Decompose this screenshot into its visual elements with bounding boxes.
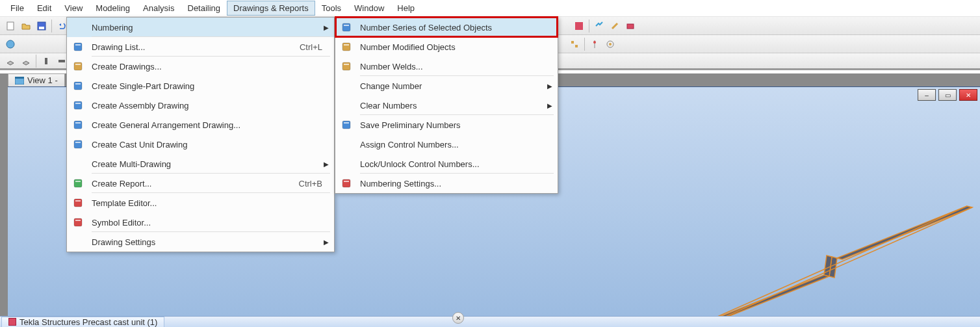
svg-rect-41 <box>344 25 349 26</box>
menu-item-label: Clear Numbers <box>357 101 558 111</box>
drawings-menu-item-6[interactable]: Create Cast Unit Drawing <box>67 135 334 154</box>
svg-marker-18 <box>837 206 972 259</box>
svg-rect-36 <box>74 199 82 207</box>
svg-rect-48 <box>342 179 350 187</box>
svg-rect-45 <box>344 64 349 65</box>
menubar: File Edit View Modeling Analysis Detaili… <box>0 0 980 17</box>
drawings-menu-item-9[interactable]: Template Editor... <box>67 193 334 213</box>
drawings-menu-item-2[interactable]: Create Drawings... <box>67 57 334 76</box>
drawings-menu-item-11[interactable]: Drawing Settings▶ <box>67 232 334 252</box>
menu-analysis[interactable]: Analysis <box>136 1 181 16</box>
drawings-menu-item-1[interactable]: Drawing List...Ctrl+L <box>67 37 334 57</box>
report-icon <box>67 178 89 189</box>
view3d-icon-a[interactable] <box>3 54 18 68</box>
view-tab[interactable]: View 1 - <box>8 73 65 87</box>
svg-rect-28 <box>74 101 82 109</box>
task-preview-close-icon[interactable]: ✕ <box>452 312 464 324</box>
svg-rect-39 <box>75 220 81 221</box>
svg-rect-42 <box>342 43 350 51</box>
doc-icon <box>67 42 89 52</box>
svg-rect-43 <box>344 44 349 46</box>
menu-item-label: Lock/Unlock Control Numbers... <box>357 159 558 169</box>
drawings-menu-item-8[interactable]: Create Report...Ctrl+B <box>67 174 334 193</box>
menu-edit[interactable]: Edit <box>31 1 58 16</box>
numbering-menu-item-6[interactable]: Assign Control Numbers... <box>335 135 558 154</box>
template-icon <box>67 198 89 208</box>
model-geometry <box>642 197 980 327</box>
menu-item-label: Numbering Settings... <box>357 179 558 189</box>
grid-icon-b[interactable] <box>587 37 602 51</box>
menu-modeling[interactable]: Modeling <box>89 1 136 16</box>
taskbar-item[interactable]: Tekla Structures Precast cast unit (1) <box>1 317 164 328</box>
menu-item-label: Create Multi-Drawing <box>89 159 334 169</box>
menu-item-shortcut: Ctrl+L <box>300 42 334 52</box>
numbering-menu-item-1[interactable]: Number Modified Objects <box>335 37 558 57</box>
open-icon[interactable] <box>19 19 33 33</box>
view3d-icon-b[interactable] <box>19 54 33 68</box>
menu-item-label: Template Editor... <box>89 198 334 208</box>
submenu-arrow-icon: ▶ <box>547 102 552 109</box>
menu-detailing[interactable]: Detailing <box>181 1 227 16</box>
svg-rect-0 <box>7 22 14 30</box>
folder-icon <box>67 61 89 72</box>
numbering-menu-item-5[interactable]: Save Preliminary Numbers <box>335 115 558 135</box>
drawings-menu-item-5[interactable]: Create General Arrangement Drawing... <box>67 115 334 135</box>
tool-icon-c[interactable] <box>608 19 622 33</box>
menu-item-label: Number Series of Selected Objects <box>357 23 558 33</box>
menu-window[interactable]: Window <box>348 1 391 16</box>
submenu-arrow-icon: ▶ <box>324 239 329 246</box>
view-icon-c[interactable] <box>39 54 53 68</box>
menu-item-label: Create General Arrangement Drawing... <box>89 120 334 130</box>
minimize-button[interactable]: – <box>918 89 936 101</box>
numbering-menu-item-4[interactable]: Clear Numbers▶ <box>335 96 558 115</box>
menu-help[interactable]: Help <box>391 1 421 16</box>
svg-rect-46 <box>342 121 350 129</box>
menu-file[interactable]: File <box>4 1 31 16</box>
svg-rect-26 <box>74 82 82 90</box>
part-icon <box>67 81 89 91</box>
svg-rect-3 <box>575 22 583 30</box>
svg-rect-49 <box>344 181 349 182</box>
weld-icon <box>335 61 357 72</box>
drawings-menu-item-3[interactable]: Create Single-Part Drawing <box>67 76 334 96</box>
menu-tools[interactable]: Tools <box>315 1 348 16</box>
svg-rect-12 <box>45 58 47 64</box>
grid-icon-a[interactable] <box>567 37 582 51</box>
drawings-menu-item-4[interactable]: Create Assembly Drawing <box>67 96 334 115</box>
numbering-menu-item-2[interactable]: Number Welds... <box>335 57 558 76</box>
tool-icon-b[interactable] <box>592 19 606 33</box>
submenu-arrow-icon: ▶ <box>547 83 552 90</box>
svg-line-20 <box>694 206 967 327</box>
numbering-submenu: Number Series of Selected ObjectsNumber … <box>335 17 558 194</box>
menu-item-shortcut: Ctrl+B <box>299 179 334 189</box>
submenu-arrow-icon: ▶ <box>324 161 329 168</box>
menu-item-label: Create Assembly Drawing <box>89 101 334 111</box>
numbering-menu-item-0[interactable]: Number Series of Selected Objects <box>335 18 558 37</box>
svg-rect-35 <box>75 181 81 182</box>
grid-icon-c[interactable] <box>603 37 617 51</box>
close-button[interactable]: ✕ <box>959 89 977 101</box>
menu-view[interactable]: View <box>58 1 89 16</box>
menu-drawings-reports[interactable]: Drawings & Reports <box>227 1 315 16</box>
menu-item-label: Change Number <box>357 81 558 91</box>
svg-rect-24 <box>74 62 82 70</box>
menu-item-label: Create Report... <box>89 179 299 189</box>
svg-rect-6 <box>571 41 574 44</box>
menu-item-label: Create Cast Unit Drawing <box>89 140 334 150</box>
numbering-menu-item-7[interactable]: Lock/Unlock Control Numbers... <box>335 154 558 174</box>
new-icon[interactable] <box>3 19 18 33</box>
drawings-menu-item-10[interactable]: Symbol Editor... <box>67 213 334 232</box>
drawings-menu-item-0[interactable]: Numbering▶ <box>67 18 334 37</box>
tool-icon-a[interactable] <box>572 19 586 33</box>
menu-item-label: Drawing List... <box>89 42 300 52</box>
globe-icon[interactable] <box>3 37 18 51</box>
maximize-button[interactable]: ▭ <box>938 89 957 101</box>
tool-icon-d[interactable] <box>623 19 638 33</box>
numbering-menu-item-3[interactable]: Change Number▶ <box>335 76 558 96</box>
numbering-menu-item-8[interactable]: Numbering Settings... <box>335 174 558 193</box>
drawings-menu-item-7[interactable]: Create Multi-Drawing▶ <box>67 154 334 174</box>
svg-rect-40 <box>342 23 350 31</box>
svg-rect-27 <box>75 83 81 85</box>
save-icon[interactable] <box>34 19 49 33</box>
ga-icon <box>67 120 89 130</box>
